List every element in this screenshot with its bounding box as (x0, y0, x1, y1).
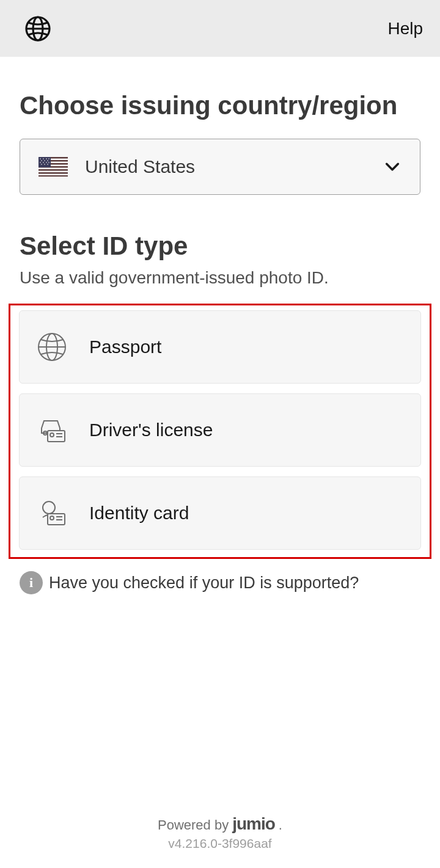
svg-point-23 (41, 164, 42, 165)
svg-point-14 (46, 158, 47, 159)
svg-rect-10 (38, 175, 68, 177)
drivers-license-icon (37, 415, 67, 445)
identity-card-icon (37, 498, 67, 528)
app-header: Help (0, 0, 440, 57)
svg-point-15 (48, 158, 50, 159)
id-option-label: Driver's license (89, 420, 213, 440)
svg-point-25 (47, 164, 48, 165)
main-content: Choose issuing country/region (0, 57, 440, 814)
id-type-subtext: Use a valid government-issued photo ID. (20, 268, 420, 288)
id-option-identity-card[interactable]: Identity card (19, 476, 421, 550)
footer: Powered by jumio. v4.216.0-3f996aaf (0, 814, 440, 868)
svg-point-24 (44, 164, 45, 165)
svg-point-20 (43, 162, 44, 163)
version-text: v4.216.0-3f996aaf (0, 836, 440, 851)
us-flag-icon (38, 157, 68, 177)
id-option-label: Identity card (89, 503, 189, 523)
selected-country-label: United States (85, 156, 383, 177)
id-option-passport[interactable]: Passport (19, 310, 421, 384)
svg-rect-8 (38, 169, 68, 171)
id-option-label: Passport (89, 337, 161, 357)
svg-point-22 (48, 162, 50, 163)
id-type-list: Passport Driver's license (9, 304, 431, 559)
chevron-down-icon (383, 158, 402, 176)
svg-point-18 (47, 160, 48, 161)
info-icon: i (20, 571, 43, 594)
svg-point-13 (43, 158, 44, 159)
language-globe-icon[interactable] (24, 15, 51, 42)
country-selector[interactable]: United States (20, 139, 420, 195)
svg-point-19 (40, 162, 41, 163)
help-link[interactable]: Help (387, 19, 423, 38)
svg-rect-9 (38, 172, 68, 174)
id-option-drivers-license[interactable]: Driver's license (19, 393, 421, 467)
svg-point-17 (44, 160, 45, 161)
id-supported-text: Have you checked if your ID is supported… (49, 574, 359, 593)
passport-icon (37, 332, 67, 362)
jumio-logo: jumio (232, 814, 275, 834)
powered-by-label: Powered by (158, 817, 229, 833)
country-heading: Choose issuing country/region (20, 91, 420, 120)
svg-point-21 (46, 162, 47, 163)
svg-point-35 (43, 501, 55, 514)
id-type-heading: Select ID type (20, 232, 420, 261)
svg-point-16 (41, 160, 42, 161)
powered-by: Powered by jumio. (158, 814, 282, 834)
id-supported-info[interactable]: i Have you checked if your ID is support… (20, 571, 420, 594)
svg-point-12 (40, 158, 41, 159)
